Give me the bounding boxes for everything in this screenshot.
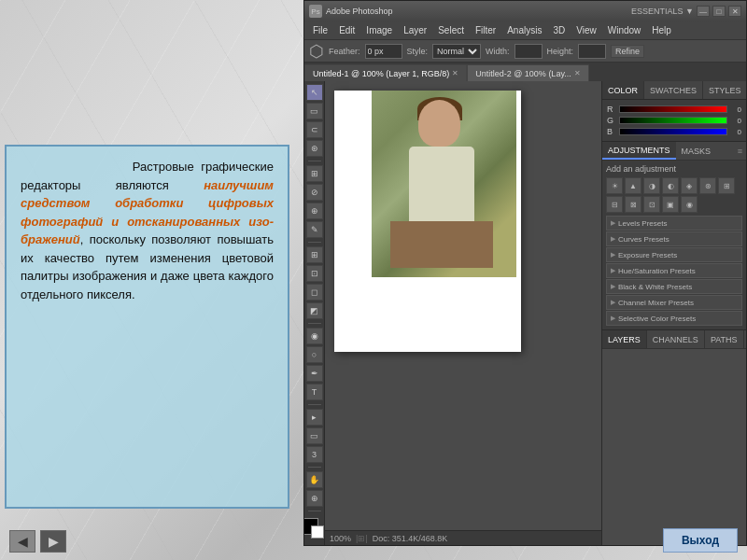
tab-paths[interactable]: PATHS: [705, 330, 744, 348]
tab2-close-icon[interactable]: ✕: [574, 69, 581, 77]
preset-levels[interactable]: ▶ Levels Presets: [606, 216, 742, 231]
layers-expand-icon[interactable]: ≡: [744, 335, 746, 344]
tab-untitled2[interactable]: Untitled-2 @ 100% (Lay... ✕: [467, 64, 589, 81]
tab-close-icon[interactable]: ✕: [452, 69, 458, 77]
preset-bw[interactable]: ▶ Black & White Presets: [606, 279, 742, 294]
green-slider[interactable]: [619, 117, 727, 124]
tab-untitled1[interactable]: Untitled-1 @ 100% (Layer 1, RGB/8) ✕: [304, 64, 467, 81]
style-select[interactable]: Normal: [432, 44, 481, 59]
tab-channels[interactable]: CHANNELS: [647, 330, 705, 348]
minimize-button[interactable]: —: [697, 6, 710, 17]
adj-bw[interactable]: ⊟: [606, 196, 623, 213]
tool-brush[interactable]: ✎: [306, 221, 323, 238]
menu-file[interactable]: File: [308, 23, 332, 37]
adj-brightness[interactable]: ☀: [606, 177, 623, 194]
tool-crop[interactable]: ⊞: [306, 165, 323, 182]
tool-clone[interactable]: ⊞: [306, 246, 323, 263]
menu-window[interactable]: Window: [603, 23, 646, 37]
tool-zoom[interactable]: ⊕: [306, 490, 323, 507]
preset-selective[interactable]: ▶ Selective Color Presets: [606, 311, 742, 326]
back-arrow-button[interactable]: ◀: [9, 530, 35, 553]
tool-magic-wand[interactable]: ⊛: [306, 140, 323, 157]
app-title: Adobe Photoshop: [326, 7, 393, 16]
tab-swatches[interactable]: SWATCHES: [644, 81, 703, 99]
tool-blur[interactable]: ◉: [306, 328, 323, 344]
menu-bar: File Edit Image Layer Select Filter Anal…: [304, 21, 746, 40]
height-input[interactable]: [578, 44, 606, 59]
adj-curves[interactable]: ◑: [643, 177, 660, 194]
maximize-button[interactable]: □: [712, 6, 726, 17]
tab-masks[interactable]: MASKS: [676, 142, 717, 160]
tool-hand[interactable]: ✋: [306, 471, 323, 488]
tool-eyedropper[interactable]: ⊘: [306, 184, 323, 201]
zoom-level: 100%: [330, 534, 351, 543]
preset-arrow-icon4: ▶: [611, 267, 615, 274]
tool-select-rect[interactable]: ▭: [306, 103, 323, 119]
adj-colorbalance[interactable]: ⊞: [718, 177, 735, 194]
tab-styles[interactable]: STYLES: [703, 81, 746, 99]
tool-path-select[interactable]: ▸: [306, 409, 323, 426]
essentials-label[interactable]: ESSENTIALS ▼: [631, 7, 694, 16]
menu-layer[interactable]: Layer: [399, 23, 431, 37]
tool-dodge[interactable]: ○: [306, 346, 323, 363]
feather-input[interactable]: [365, 44, 402, 59]
close-button[interactable]: ✕: [728, 6, 741, 17]
adj-hue[interactable]: ◈: [681, 177, 698, 194]
adj-expand-icon[interactable]: ≡: [734, 147, 746, 156]
adj-vibrance[interactable]: ⊛: [699, 177, 716, 194]
color-panel-tabs: COLOR SWATCHES STYLES ≡: [602, 81, 746, 100]
tool-heal[interactable]: ⊕: [306, 203, 323, 219]
menu-filter[interactable]: Filter: [471, 23, 500, 37]
red-value: 0: [730, 105, 741, 114]
tool-pen[interactable]: ✒: [306, 365, 323, 382]
add-adjustment-label: Add an adjustment: [606, 164, 742, 174]
tool-3d[interactable]: 3: [306, 446, 323, 463]
adj-levels[interactable]: ▲: [625, 177, 641, 194]
feather-label: Feather:: [329, 47, 360, 56]
preset-exposure[interactable]: ▶ Exposure Presets: [606, 247, 742, 262]
blue-slider[interactable]: [619, 128, 727, 135]
background-color[interactable]: [311, 525, 324, 539]
tool-lasso[interactable]: ⊂: [306, 121, 323, 138]
menu-select[interactable]: Select: [433, 23, 469, 37]
blue-label: B: [607, 127, 616, 136]
menu-view[interactable]: View: [571, 23, 601, 37]
exit-button[interactable]: Выход: [663, 528, 738, 553]
adj-more1[interactable]: ▣: [662, 196, 679, 213]
forward-arrow-button[interactable]: ▶: [40, 530, 66, 553]
tab-color[interactable]: COLOR: [602, 81, 644, 99]
photo-image: [372, 91, 516, 277]
tool-separator-1: [308, 161, 321, 161]
menu-edit[interactable]: Edit: [334, 23, 359, 37]
preset-arrow-icon6: ▶: [611, 299, 615, 306]
preset-arrow-icon3: ▶: [611, 251, 615, 259]
tool-eraser[interactable]: ◻: [306, 284, 323, 301]
adj-more2[interactable]: ◉: [681, 196, 698, 213]
tool-gradient[interactable]: ◩: [306, 302, 323, 319]
menu-analysis[interactable]: Analysis: [502, 23, 546, 37]
color-panel: R 0 G 0 B 0: [602, 100, 746, 142]
tool-history[interactable]: ⊡: [306, 265, 323, 282]
canvas-scroll[interactable]: [325, 81, 601, 530]
menu-3d[interactable]: 3D: [548, 23, 570, 37]
adj-channelmixer[interactable]: ⊡: [643, 196, 660, 213]
red-slider[interactable]: [619, 105, 727, 113]
tool-shape[interactable]: ▭: [306, 427, 323, 444]
tool-move[interactable]: ↖: [306, 84, 323, 101]
tab-layers[interactable]: LAYERS: [602, 330, 647, 348]
menu-image[interactable]: Image: [361, 23, 397, 37]
menu-help[interactable]: Help: [647, 23, 676, 37]
foreground-background-colors[interactable]: [304, 518, 328, 540]
width-input[interactable]: [514, 44, 543, 59]
preset-hue[interactable]: ▶ Hue/Saturation Presets: [606, 263, 742, 278]
tool-separator-5: [308, 467, 321, 468]
refine-button[interactable]: Refine: [611, 45, 644, 58]
tab-adjustments[interactable]: ADJUSTMENTS: [602, 142, 676, 160]
adjustment-presets: ▶ Levels Presets ▶ Curves Presets ▶ Expo…: [606, 216, 742, 326]
preset-curves[interactable]: ▶ Curves Presets: [606, 231, 742, 246]
layers-content: [602, 349, 746, 545]
tool-text[interactable]: T: [306, 384, 323, 400]
adj-photofilter[interactable]: ⊠: [625, 196, 641, 213]
adj-exposure[interactable]: ◐: [662, 177, 679, 194]
preset-channelmixer[interactable]: ▶ Channel Mixer Presets: [606, 295, 742, 310]
